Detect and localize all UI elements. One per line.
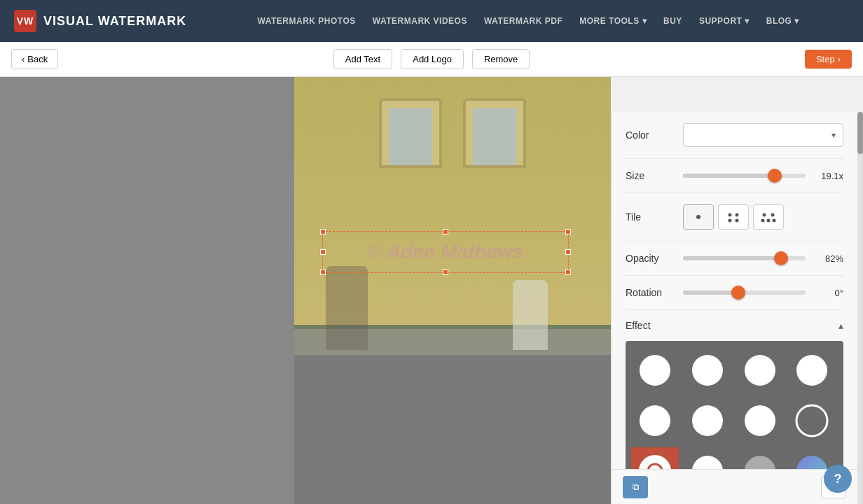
effect-toggle-icon[interactable]: ▴	[838, 320, 843, 331]
nav-watermark-photos[interactable]: WATERMARK PHOTOS	[258, 16, 356, 26]
rotation-slider-thumb[interactable]	[731, 286, 745, 300]
building-windows	[379, 98, 526, 168]
opacity-slider-thumb[interactable]	[774, 251, 788, 265]
watermark-handle-lm[interactable]	[320, 249, 326, 255]
effect-label: Effect	[626, 320, 838, 331]
effect-header[interactable]: Effect ▴	[626, 310, 843, 341]
street	[294, 355, 611, 505]
scrollbar[interactable]	[857, 112, 863, 504]
nav-buy[interactable]: BUY	[663, 16, 682, 26]
color-control: Color ▾	[626, 112, 843, 159]
person-silhouette-2	[513, 280, 548, 350]
layers-icon: ⧉	[633, 482, 639, 493]
size-slider[interactable]	[683, 174, 806, 178]
help-button[interactable]: ?	[824, 465, 852, 493]
size-label: Size	[626, 170, 675, 181]
effect-item-3[interactable]	[736, 346, 784, 394]
tile-option-offset[interactable]	[753, 204, 784, 230]
size-slider-fill	[683, 174, 775, 178]
svg-point-7	[767, 219, 771, 223]
nav-more-tools[interactable]: MORE TOOLS	[579, 16, 647, 26]
nav-watermark-pdf[interactable]: WATERMARK PDF	[484, 16, 562, 26]
bottom-bar: ⧉ 🗑	[612, 469, 857, 504]
nav-links: WATERMARK PHOTOS WATERMARK VIDEOS WATERM…	[207, 16, 849, 26]
effect-item-1[interactable]	[631, 346, 679, 394]
svg-point-4	[736, 219, 739, 223]
rotation-slider[interactable]	[683, 290, 806, 295]
photo-canvas[interactable]: © Aden Mathews	[294, 77, 611, 504]
sidebar-panel: Color ▾ Size 19.1x	[611, 112, 863, 504]
tile-label: Tile	[626, 211, 675, 223]
size-slider-thumb[interactable]	[768, 169, 782, 183]
svg-point-5	[763, 214, 766, 217]
effect-item-6[interactable]	[684, 397, 731, 444]
svg-point-15	[692, 405, 723, 436]
svg-point-16	[745, 405, 775, 436]
remove-button[interactable]: Remove	[472, 49, 530, 69]
svg-point-12	[745, 355, 775, 386]
nav-blog[interactable]: BLOG	[766, 16, 799, 26]
svg-point-2	[736, 214, 739, 217]
color-input[interactable]	[691, 130, 831, 141]
tile-option-grid[interactable]	[718, 204, 749, 230]
opacity-slider[interactable]	[683, 256, 806, 260]
watermark-handle-bl[interactable]	[320, 270, 326, 275]
size-control: Size 19.1x	[626, 159, 843, 193]
scrollbar-thumb[interactable]	[857, 112, 863, 154]
svg-point-13	[796, 355, 827, 386]
effect-item-8[interactable]	[788, 397, 836, 444]
watermark-handle-bm[interactable]	[443, 270, 448, 275]
add-text-button[interactable]: Add Text	[333, 49, 392, 69]
effect-item-2[interactable]	[684, 346, 731, 394]
effect-item-4[interactable]	[788, 346, 836, 394]
color-label: Color	[626, 130, 675, 141]
opacity-label: Opacity	[626, 253, 675, 264]
svg-point-14	[640, 405, 670, 436]
svg-point-8	[761, 219, 765, 223]
person-silhouette-1	[326, 266, 368, 350]
color-input-wrap[interactable]: ▾	[683, 123, 843, 147]
rotation-slider-fill	[683, 290, 738, 295]
watermark-handle-rm[interactable]	[565, 249, 571, 255]
tile-option-single[interactable]	[683, 204, 714, 230]
svg-point-11	[692, 355, 723, 386]
size-value: 19.1x	[814, 171, 843, 181]
rotation-value: 0°	[814, 288, 843, 298]
nav-watermark-videos[interactable]: WATERMARK VIDEOS	[373, 16, 467, 26]
svg-point-3	[729, 219, 732, 223]
logo-icon: VW	[14, 10, 36, 32]
opacity-slider-fill	[683, 256, 781, 260]
watermark-handle-tm[interactable]	[443, 229, 448, 234]
effect-item-7[interactable]	[736, 397, 784, 444]
svg-point-17	[796, 405, 827, 436]
add-logo-button[interactable]: Add Logo	[401, 49, 464, 69]
effect-item-5[interactable]	[631, 397, 679, 444]
tile-options	[683, 204, 843, 230]
nav-support[interactable]: SUPPORT	[699, 16, 750, 26]
watermark-handle-tl[interactable]	[320, 229, 326, 234]
help-icon: ?	[834, 472, 842, 486]
next-step-button[interactable]: Step	[805, 50, 852, 69]
left-panel	[0, 77, 294, 504]
svg-point-9	[773, 219, 776, 223]
watermark-handle-br[interactable]	[565, 270, 571, 275]
opacity-control: Opacity 82%	[626, 241, 843, 276]
opacity-value: 82%	[814, 253, 843, 264]
back-button[interactable]: Back	[11, 49, 58, 69]
watermark-text: © Aden Mathews	[367, 241, 523, 263]
svg-point-6	[771, 214, 775, 217]
watermark-handle-tr[interactable]	[565, 229, 571, 234]
svg-point-1	[729, 214, 732, 217]
layers-button[interactable]: ⧉	[623, 476, 648, 498]
watermark-container[interactable]: © Aden Mathews	[322, 231, 569, 273]
logo[interactable]: VW VISUAL WATERMARK	[14, 10, 186, 32]
logo-text: VISUAL WATERMARK	[43, 14, 186, 29]
svg-point-0	[696, 215, 700, 219]
svg-point-10	[640, 355, 670, 386]
navigation: VW VISUAL WATERMARK WATERMARK PHOTOS WAT…	[0, 0, 863, 42]
rotation-label: Rotation	[626, 287, 675, 298]
rotation-control: Rotation 0°	[626, 276, 843, 310]
tile-control: Tile	[626, 193, 843, 241]
color-dropdown-icon[interactable]: ▾	[831, 130, 836, 140]
